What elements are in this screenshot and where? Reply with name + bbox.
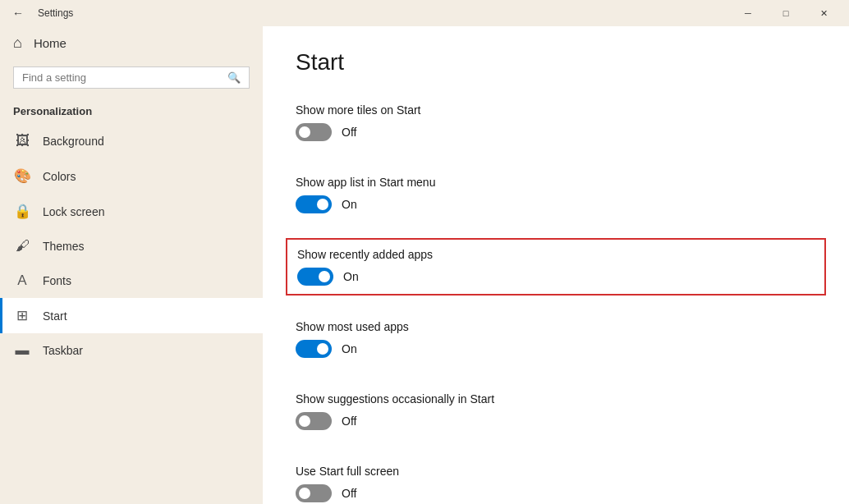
setting-label-show-app-list: Show app list in Start menu (296, 176, 816, 189)
setting-control-show-recently-added: On (297, 268, 815, 286)
setting-label-show-suggestions: Show suggestions occasionally in Start (296, 392, 816, 405)
search-input[interactable] (22, 71, 221, 84)
setting-row-show-app-list: Show app list in Start menuOn (296, 166, 816, 223)
toggle-state-show-suggestions: Off (342, 415, 356, 428)
title-bar: ← Settings ─ □ ✕ (0, 0, 849, 26)
toggle-state-show-app-list: On (342, 198, 357, 211)
sidebar-item-background[interactable]: 🖼Background (0, 124, 263, 158)
sidebar-item-label-lock-screen: Lock screen (43, 205, 104, 218)
toggle-show-suggestions[interactable] (296, 412, 332, 430)
toggle-state-use-full-screen: Off (342, 487, 356, 500)
back-button[interactable]: ← (7, 2, 30, 25)
toggle-knob-show-recently-added (319, 271, 330, 282)
sidebar-item-taskbar[interactable]: ▬Taskbar (0, 333, 263, 368)
colors-icon: 🎨 (13, 167, 31, 185)
themes-icon: 🖌 (13, 238, 31, 254)
sidebar-item-fonts[interactable]: AFonts (0, 263, 263, 298)
sidebar-item-start[interactable]: ⊞Start (0, 298, 263, 333)
sidebar-item-label-fonts: Fonts (43, 274, 71, 287)
setting-control-show-more-tiles: Off (296, 123, 816, 141)
toggle-knob-show-more-tiles (299, 126, 310, 138)
toggle-show-app-list[interactable] (296, 195, 332, 213)
content-area: Start Show more tiles on StartOffShow ap… (263, 26, 849, 504)
main-area: ⌂ Home 🔍 Personalization 🖼Background🎨Col… (0, 26, 849, 504)
setting-control-show-app-list: On (296, 195, 816, 213)
toggle-show-most-used[interactable] (296, 340, 332, 358)
sidebar-item-label-colors: Colors (43, 170, 76, 183)
start-icon: ⊞ (13, 307, 31, 324)
toggle-state-show-most-used: On (342, 342, 357, 355)
setting-label-use-full-screen: Use Start full screen (296, 465, 816, 478)
toggle-state-show-recently-added: On (343, 270, 359, 283)
sidebar-item-label-background: Background (43, 135, 104, 148)
search-box[interactable]: 🔍 (13, 66, 250, 89)
toggle-show-recently-added[interactable] (297, 268, 333, 286)
fonts-icon: A (13, 273, 31, 289)
setting-label-show-more-tiles: Show more tiles on Start (296, 103, 816, 117)
taskbar-icon: ▬ (13, 342, 31, 359)
sidebar-item-home[interactable]: ⌂ Home (0, 26, 263, 60)
sidebar-item-colors[interactable]: 🎨Colors (0, 158, 263, 194)
toggle-knob-show-most-used (317, 343, 328, 355)
sidebar-item-label-themes: Themes (43, 240, 85, 253)
setting-row-show-recently-added: Show recently added appsOn (286, 238, 826, 296)
window-controls: ─ □ ✕ (729, 0, 842, 26)
sidebar: ⌂ Home 🔍 Personalization 🖼Background🎨Col… (0, 26, 263, 504)
setting-row-show-suggestions: Show suggestions occasionally in StartOf… (296, 383, 816, 440)
toggle-show-more-tiles[interactable] (296, 123, 332, 141)
toggle-knob-show-suggestions (299, 415, 310, 427)
setting-label-show-recently-added: Show recently added apps (297, 248, 815, 261)
nav-list: 🖼Background🎨Colors🔒Lock screen🖌ThemesAFo… (0, 124, 263, 368)
close-button[interactable]: ✕ (805, 0, 842, 26)
setting-control-show-suggestions: Off (296, 412, 816, 430)
home-icon: ⌂ (13, 34, 22, 52)
sidebar-item-label-taskbar: Taskbar (43, 344, 83, 357)
toggle-knob-show-app-list (317, 199, 328, 210)
setting-label-show-most-used: Show most used apps (296, 320, 816, 333)
settings-list: Show more tiles on StartOffShow app list… (296, 94, 816, 504)
personalization-label: Personalization (0, 95, 263, 124)
sidebar-item-themes[interactable]: 🖌Themes (0, 229, 263, 263)
page-title: Start (296, 49, 816, 76)
home-label: Home (34, 36, 67, 50)
setting-control-use-full-screen: Off (296, 484, 816, 502)
toggle-knob-use-full-screen (299, 488, 310, 499)
toggle-state-show-more-tiles: Off (342, 126, 356, 139)
toggle-use-full-screen[interactable] (296, 484, 332, 502)
lock-screen-icon: 🔒 (13, 203, 31, 220)
sidebar-item-lock-screen[interactable]: 🔒Lock screen (0, 194, 263, 229)
sidebar-item-label-start: Start (43, 309, 67, 323)
title-bar-left: ← Settings (7, 2, 729, 25)
setting-row-use-full-screen: Use Start full screenOff (296, 455, 816, 504)
title-bar-title: Settings (38, 7, 73, 19)
maximize-button[interactable]: □ (767, 0, 805, 26)
setting-row-show-most-used: Show most used appsOn (296, 310, 816, 368)
setting-row-show-more-tiles: Show more tiles on StartOff (296, 94, 816, 151)
minimize-button[interactable]: ─ (729, 0, 767, 26)
search-icon: 🔍 (227, 71, 241, 84)
setting-control-show-most-used: On (296, 340, 816, 358)
background-icon: 🖼 (13, 133, 31, 149)
